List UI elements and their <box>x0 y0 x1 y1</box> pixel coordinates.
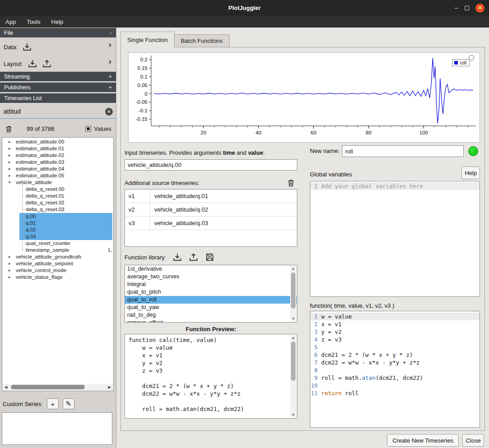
menu-item-help[interactable]: Help <box>46 16 69 28</box>
tree-item[interactable]: delta_q_reset.02 <box>2 199 113 206</box>
expand-branch-icon[interactable]: ▸ <box>9 152 11 159</box>
library-item[interactable]: integral <box>125 281 297 288</box>
scroll-up-icon[interactable]: ▲ <box>290 266 296 272</box>
scroll-down-icon[interactable]: ▼ <box>290 316 296 322</box>
tree-item[interactable]: ▸estimator_attitude.05 <box>2 172 113 179</box>
scrollbar-track[interactable] <box>290 341 296 412</box>
editor-line[interactable]: 3y = v2 <box>310 328 480 336</box>
editor-line[interactable]: 9roll = math.atan(dcm21, dcm22) <box>310 374 480 382</box>
new-name-field[interactable]: roll <box>342 145 464 157</box>
collapse-icon[interactable]: - <box>110 30 112 36</box>
menu-item-tools[interactable]: Tools <box>21 16 46 28</box>
scroll-right-icon[interactable]: ▶ <box>106 384 113 390</box>
tree-item[interactable]: ▸estimator_attitude.03 <box>2 159 113 166</box>
tree-horizontal-scrollbar[interactable]: ◀ ▶ <box>3 384 113 390</box>
close-icon[interactable]: ✕ <box>475 4 484 13</box>
scrollbar-track[interactable] <box>290 272 296 316</box>
tree-item[interactable]: ▸vehicle_control_mode <box>2 267 113 274</box>
scrollbar-thumb[interactable] <box>291 272 295 309</box>
expand-icon[interactable]: + <box>109 84 112 91</box>
function-code-editor[interactable]: 1w = value2x = v13y = v24z = v35 6dcm21 … <box>310 311 480 428</box>
edit-custom-series-button[interactable]: ✎ <box>63 398 74 409</box>
tree-item[interactable]: ▸vehicle_attitude_groundtruth <box>2 254 113 260</box>
library-item[interactable]: remove_offset <box>125 319 297 323</box>
tree-item[interactable]: timestamp_sample1, <box>2 247 113 254</box>
tree-item[interactable]: delta_q_reset.01 <box>2 193 113 199</box>
expand-branch-icon[interactable]: ▸ <box>9 145 11 152</box>
streaming-section-header[interactable]: Streaming + <box>0 72 116 81</box>
source-timeseries-table[interactable]: v1vehicle_attitude/q.01v2vehicle_attitud… <box>125 189 297 247</box>
file-section-header[interactable]: File - <box>0 28 116 37</box>
expand-branch-icon[interactable]: ▸ <box>9 267 11 274</box>
layout-save-icon[interactable] <box>42 59 52 69</box>
tab-batch-functions[interactable]: Batch Functions <box>175 34 230 47</box>
source-row[interactable]: v1vehicle_attitude/q.01 <box>125 189 297 203</box>
scrollbar-thumb[interactable] <box>291 342 295 381</box>
tree-item[interactable]: delta_q_reset.00 <box>2 186 113 193</box>
editor-line[interactable]: 1w = value <box>310 313 480 320</box>
preview-plot[interactable]: roll 0.20.150.10.050-0.05-0.1-0.15204060… <box>128 52 480 143</box>
add-custom-series-button[interactable]: + <box>47 398 59 409</box>
tree-item[interactable]: ▸estimator_attitude.04 <box>2 166 113 172</box>
tree-item[interactable]: ▸estimator_attitude.01 <box>2 145 113 152</box>
timeseries-search-input[interactable] <box>4 108 105 115</box>
menu-item-app[interactable]: App <box>0 16 21 28</box>
publishers-section-header[interactable]: Publishers + <box>0 83 116 92</box>
editor-line[interactable]: 11return roll <box>310 389 480 397</box>
editor-line[interactable]: 4z = v3 <box>310 336 480 343</box>
collapse-branch-icon[interactable]: ▾ <box>9 179 11 186</box>
remove-source-trash-icon[interactable] <box>286 178 295 187</box>
expand-branch-icon[interactable]: ▸ <box>9 166 11 172</box>
tree-item[interactable]: q.03 <box>2 233 113 240</box>
expand-branch-icon[interactable]: ▸ <box>9 274 11 281</box>
expand-branch-icon[interactable]: ▸ <box>9 139 11 145</box>
editor-line[interactable]: 2x = v1 <box>310 320 480 328</box>
layout-expand-chevron-icon[interactable]: › <box>109 57 111 65</box>
expand-branch-icon[interactable]: ▸ <box>9 260 11 267</box>
custom-series-list[interactable] <box>2 412 112 445</box>
values-toggle[interactable]: Values <box>85 125 111 132</box>
scroll-left-icon[interactable]: ◀ <box>3 384 9 390</box>
create-new-timeseries-button[interactable]: Create New Timeseries <box>387 434 459 447</box>
library-scrollbar[interactable]: ▲ ▼ <box>290 266 296 322</box>
values-checkbox[interactable] <box>85 126 91 132</box>
editor-line[interactable]: 8 <box>310 366 480 374</box>
tree-item[interactable]: delta_q_reset.03 <box>2 206 113 213</box>
layout-load-icon[interactable] <box>28 59 37 69</box>
scrollbar-thumb[interactable] <box>11 385 85 389</box>
tree-item[interactable]: q.02 <box>2 226 113 233</box>
tree-item[interactable]: ▾vehicle_attitude <box>2 179 113 186</box>
data-expand-chevron-icon[interactable]: › <box>109 41 111 49</box>
global-variables-editor[interactable]: 1 Add your global variables here <box>310 181 480 297</box>
preview-scrollbar[interactable]: ▲ ▼ <box>290 335 296 418</box>
source-row[interactable]: v2vehicle_attitude/q.02 <box>125 203 297 217</box>
library-save-icon[interactable] <box>205 252 215 262</box>
scroll-up-icon[interactable]: ▲ <box>290 335 296 341</box>
close-button[interactable]: Close <box>462 434 484 447</box>
expand-icon[interactable]: + <box>109 74 112 80</box>
editor-line[interactable]: 7dcm22 = w*w - x*x - y*y + z*z <box>310 359 480 366</box>
tree-item[interactable]: quat_reset_counter <box>2 240 113 247</box>
minimize-icon[interactable]: − <box>454 6 458 10</box>
tree-item[interactable]: ▸vehicle_status_flags <box>2 274 113 281</box>
delete-series-trash-icon[interactable] <box>5 125 13 133</box>
help-button[interactable]: Help <box>461 166 480 179</box>
editor-line[interactable]: 6dcm21 = 2 * (w * x + y * z) <box>310 351 480 359</box>
function-preview-box[interactable]: function calc(time, value) w = value x =… <box>125 334 297 419</box>
expand-branch-icon[interactable]: ▸ <box>9 159 11 166</box>
library-item[interactable]: rad_to_deg <box>125 311 297 319</box>
tree-item[interactable]: q.00 <box>2 213 113 220</box>
editor-line[interactable]: 10 <box>310 382 480 389</box>
scrollbar-track[interactable] <box>9 384 106 390</box>
library-item[interactable]: quat_to_roll <box>125 296 297 304</box>
maximize-icon[interactable] <box>465 6 469 10</box>
function-library-list[interactable]: 1st_derivativeaverage_two_curvesintegral… <box>125 265 297 323</box>
scroll-down-icon[interactable]: ▼ <box>290 412 296 418</box>
library-import-icon[interactable] <box>172 252 182 262</box>
data-load-icon[interactable] <box>22 42 32 52</box>
input-timeseries-field[interactable]: vehicle_attitude/q.00 <box>125 159 297 171</box>
library-item[interactable]: 1st_derivative <box>125 265 297 273</box>
tab-single-function[interactable]: Single Function <box>120 32 175 47</box>
library-export-icon[interactable] <box>189 252 198 262</box>
tree-item[interactable]: ▸estimator_attitude.00 <box>2 139 113 145</box>
